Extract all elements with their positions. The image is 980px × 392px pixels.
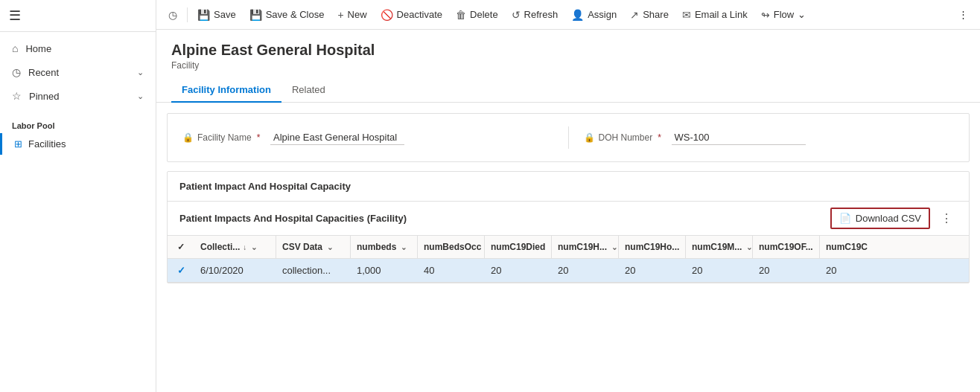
sidebar-item-home-label: Home bbox=[25, 43, 51, 54]
cell-csv: collection... bbox=[276, 259, 351, 282]
recent-icon: ◷ bbox=[12, 66, 21, 78]
record-title: Alpine East General Hospital bbox=[171, 42, 965, 59]
cell-numc19ho: 20 bbox=[619, 259, 686, 282]
doh-number-label: 🔒 DOH Number * bbox=[584, 132, 666, 143]
cell-numbeds: 1,000 bbox=[351, 259, 418, 282]
filter-chevron-icon-3[interactable]: ⌄ bbox=[401, 243, 407, 251]
new-button[interactable]: + New bbox=[331, 5, 372, 25]
deactivate-icon: 🚫 bbox=[381, 9, 393, 21]
checkmark-icon: ✓ bbox=[177, 265, 185, 276]
facility-name-label: 🔒 Facility Name * bbox=[182, 132, 264, 143]
sort-down-icon[interactable]: ↓ bbox=[243, 243, 246, 251]
share-button[interactable]: ↗ Share bbox=[624, 5, 675, 25]
cell-numc19m: 20 bbox=[686, 259, 753, 282]
subgrid-more-button[interactable]: ⋮ bbox=[936, 209, 957, 228]
grid-col-numbeds[interactable]: numbeds ⌄ bbox=[351, 236, 418, 258]
col-collecti-label: Collecti... bbox=[200, 242, 240, 252]
tab-facility-information[interactable]: Facility Information bbox=[171, 78, 281, 103]
col-numbedsOcc-label: numBedsOcc bbox=[424, 242, 481, 252]
sidebar-item-pinned-label: Pinned bbox=[29, 91, 59, 102]
doh-number-value[interactable]: WS-100 bbox=[672, 130, 806, 145]
grid-header-check[interactable]: ✓ bbox=[168, 236, 194, 258]
checkmark-icon: ✓ bbox=[177, 242, 185, 252]
doh-number-field: 🔒 DOH Number * WS-100 bbox=[584, 126, 955, 150]
refresh-button[interactable]: ↺ Refresh bbox=[506, 5, 564, 25]
more-options-button[interactable]: ⋮ bbox=[952, 5, 974, 24]
lock-icon: 🔒 bbox=[182, 132, 194, 143]
grid-col-numc19m[interactable]: numC19M... ⌄ bbox=[686, 236, 753, 258]
cell-numc19of: 20 bbox=[753, 259, 820, 282]
facilities-icon: ⊞ bbox=[14, 138, 22, 150]
col-numc19of-label: numC19OF... bbox=[759, 242, 813, 252]
sidebar-item-facilities[interactable]: ⊞ Facilities bbox=[0, 133, 156, 155]
required-asterisk-2: * bbox=[658, 132, 661, 143]
hamburger-icon[interactable]: ☰ bbox=[9, 8, 21, 23]
filter-chevron-icon-8[interactable]: ⌄ bbox=[746, 243, 752, 251]
form-row-1: 🔒 Facility Name * Alpine East General Ho… bbox=[182, 126, 954, 150]
sidebar-item-recent[interactable]: ◷ Recent ⌄ bbox=[0, 60, 156, 84]
delete-icon: 🗑 bbox=[456, 9, 466, 21]
csv-icon: 📄 bbox=[839, 213, 851, 224]
required-asterisk: * bbox=[257, 132, 261, 143]
more-icon: ⋮ bbox=[958, 9, 968, 20]
subgrid-section: Patient Impact And Hospital Capacity Pat… bbox=[167, 171, 970, 283]
home-icon: ⌂ bbox=[12, 42, 18, 54]
row-checkbox[interactable]: ✓ bbox=[168, 259, 194, 282]
col-numc19died-label: numC19Died bbox=[491, 242, 545, 252]
filter-chevron-icon[interactable]: ⌄ bbox=[251, 243, 257, 251]
grid-col-numc19c[interactable]: numC19C bbox=[820, 236, 879, 258]
col-numc19h-label: numC19H... bbox=[558, 242, 607, 252]
filter-chevron-icon-2[interactable]: ⌄ bbox=[327, 243, 333, 251]
table-row[interactable]: ✓ 6/10/2020 collection... 1,000 40 20 20… bbox=[168, 259, 969, 283]
grid-col-numc19of[interactable]: numC19OF... ⌄ bbox=[753, 236, 820, 258]
delete-button[interactable]: 🗑 Delete bbox=[450, 5, 504, 25]
new-icon: + bbox=[337, 9, 343, 21]
flow-button[interactable]: ↬ Flow ⌄ bbox=[755, 5, 812, 25]
sidebar-header: ☰ bbox=[0, 0, 156, 32]
col-numbeds-label: numbeds bbox=[357, 242, 396, 252]
subgrid-toolbar: Patient Impacts And Hospital Capacities … bbox=[168, 202, 969, 236]
col-numc19m-label: numC19M... bbox=[692, 242, 742, 252]
sidebar-item-recent-label: Recent bbox=[28, 67, 59, 78]
subgrid-section-title: Patient Impact And Hospital Capacity bbox=[168, 172, 969, 202]
refresh-icon: ↺ bbox=[512, 9, 521, 21]
cell-numc19h: 20 bbox=[552, 259, 619, 282]
flow-icon: ↬ bbox=[761, 9, 770, 21]
col-numc19ho-label: numC19Ho... bbox=[625, 242, 679, 252]
grid-col-collecti[interactable]: Collecti... ↓ ⌄ bbox=[194, 236, 276, 258]
grid-col-numc19ho[interactable]: numC19Ho... ⌄ bbox=[619, 236, 686, 258]
download-csv-button[interactable]: 📄 Download CSV bbox=[830, 208, 930, 229]
sidebar-item-home[interactable]: ⌂ Home bbox=[0, 36, 156, 60]
facility-name-field: 🔒 Facility Name * Alpine East General Ho… bbox=[182, 126, 553, 150]
facility-name-value[interactable]: Alpine East General Hospital bbox=[270, 130, 404, 145]
share-icon: ↗ bbox=[630, 9, 639, 21]
history-button[interactable]: ◷ bbox=[162, 5, 183, 25]
toolbar: ◷ 💾 Save 💾 Save & Close + New 🚫 Deactiva… bbox=[156, 0, 980, 30]
grid-col-numc19died[interactable]: numC19Died ⌄ bbox=[485, 236, 552, 258]
toolbar-divider-1 bbox=[187, 7, 188, 22]
col-csv-label: CSV Data bbox=[282, 242, 322, 252]
deactivate-button[interactable]: 🚫 Deactivate bbox=[375, 5, 448, 25]
chevron-down-icon: ⌄ bbox=[798, 9, 806, 20]
email-link-button[interactable]: ✉ Email a Link bbox=[676, 5, 754, 25]
grid-header: ✓ Collecti... ↓ ⌄ CSV Data ⌄ numbeds ⌄ n… bbox=[168, 236, 969, 259]
sidebar-item-pinned[interactable]: ☆ Pinned ⌄ bbox=[0, 84, 156, 108]
email-icon: ✉ bbox=[682, 9, 691, 21]
pin-icon: ☆ bbox=[12, 90, 22, 102]
cell-numbedsOcc: 40 bbox=[418, 259, 485, 282]
save-button[interactable]: 💾 Save bbox=[191, 5, 242, 25]
filter-chevron-icon-6[interactable]: ⌄ bbox=[611, 243, 617, 251]
col-numc19c-label: numC19C bbox=[826, 242, 868, 252]
grid-col-numc19h[interactable]: numC19H... ⌄ bbox=[552, 236, 619, 258]
grid-col-csv[interactable]: CSV Data ⌄ bbox=[276, 236, 351, 258]
save-close-button[interactable]: 💾 Save & Close bbox=[244, 5, 331, 25]
tabs-container: Facility Information Related bbox=[156, 78, 980, 103]
record-subtitle: Facility bbox=[171, 60, 965, 71]
tab-related[interactable]: Related bbox=[281, 78, 336, 103]
cell-numc19died: 20 bbox=[485, 259, 552, 282]
grid-col-numbedsOcc[interactable]: numBedsOcc ⌄ bbox=[418, 236, 485, 258]
sidebar-facility-label: Facilities bbox=[28, 138, 66, 150]
cell-numc19c: 20 bbox=[820, 259, 879, 282]
assign-button[interactable]: 👤 Assign bbox=[565, 5, 623, 25]
sidebar: ☰ ⌂ Home ◷ Recent ⌄ ☆ Pinned ⌄ Labor Poo… bbox=[0, 0, 156, 392]
